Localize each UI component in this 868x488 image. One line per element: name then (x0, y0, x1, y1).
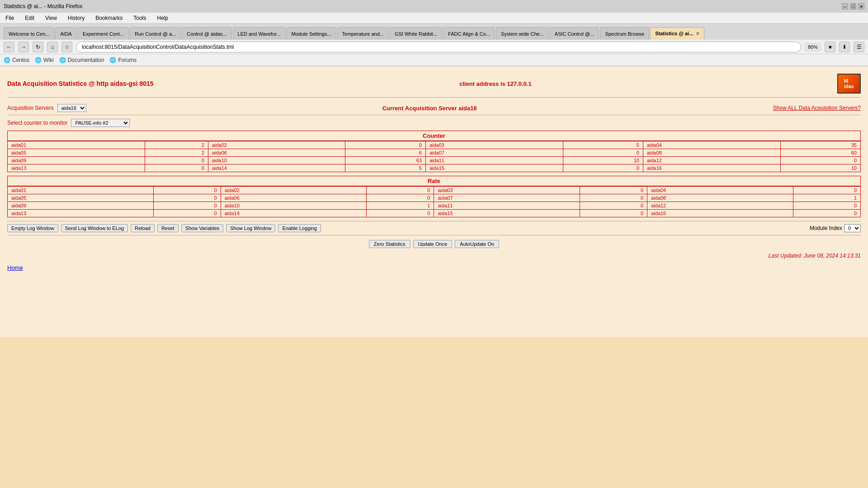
menu-edit[interactable]: Edit (23, 14, 36, 22)
star-icon[interactable]: ★ (825, 42, 835, 52)
menu-bookmarks[interactable]: Bookmarks (94, 14, 124, 22)
counter-value-cell: 5 (563, 141, 643, 149)
acquisition-servers-label: Acquisition Servers (7, 105, 54, 111)
rate-value-cell: 0 (153, 187, 221, 194)
zero-statistics-button[interactable]: Zero Statistics (369, 240, 410, 248)
empty-log-button[interactable]: Empty Log Window (7, 224, 58, 232)
module-index: Module Index 0 (810, 224, 861, 232)
send-log-button[interactable]: Send Log Window to ELog (61, 224, 128, 232)
bookmark-forums[interactable]: 🌐 Forums (109, 57, 137, 63)
rate-value-cell: 0 (580, 210, 647, 217)
tab-spectrum[interactable]: Spectrum Browse (600, 27, 649, 40)
menu-tools[interactable]: Tools (132, 14, 148, 22)
home-link-container: Home (7, 261, 861, 275)
browser-chrome: Statistics @ ai... - Mozilla Firefox – ☐… (0, 0, 868, 66)
reload-button[interactable]: Reload (131, 224, 155, 232)
forward-button[interactable]: → (18, 42, 29, 52)
counter-name-cell: aida01 (8, 141, 145, 149)
auto-update-button[interactable]: AutoUpdate On (455, 240, 499, 248)
bookmark-centos[interactable]: 🌐 Centos (4, 57, 29, 63)
bookmark-wiki[interactable]: 🌐 Wiki (35, 57, 54, 63)
reset-button[interactable]: Reset (157, 224, 179, 232)
browser-title: Statistics @ ai... - Mozilla Firefox (4, 3, 82, 9)
counter-value-cell: 0 (563, 164, 643, 172)
table-row: aida01 2 aida02 0 aida03 5 aida04 35 (8, 141, 861, 149)
menu-icon[interactable]: ☰ (854, 42, 864, 52)
rate-name-cell: aida12 (647, 202, 793, 210)
tab-experiment[interactable]: Experiment Cont... (78, 27, 129, 40)
back-button[interactable]: ← (4, 42, 14, 52)
tab-fadc[interactable]: FADC Align & Co... (443, 27, 495, 40)
counter-value-cell: 0 (145, 164, 208, 172)
bookmark-documentation[interactable]: 🌐 Documentation (59, 57, 104, 63)
counter-name-cell: aida16 (643, 164, 780, 172)
table-row: aida09 0 aida10 1 aida11 0 aida12 0 (8, 202, 861, 210)
tab-close-icon[interactable]: ✕ (696, 31, 699, 36)
update-once-button[interactable]: Update Once (413, 240, 453, 248)
menu-history[interactable]: History (66, 14, 86, 22)
home-link[interactable]: Home (7, 261, 23, 275)
counter-value-cell: 35 (780, 141, 860, 149)
rate-name-cell: aida05 (8, 194, 154, 202)
tab-asic[interactable]: ASIC Control @... (550, 27, 599, 40)
reload-nav-button[interactable]: ↻ (33, 42, 43, 52)
counter-value-cell: 6 (345, 149, 425, 157)
address-bar[interactable]: localhost:8015/DataAcquisitionControl/Da… (76, 42, 801, 52)
rate-value-cell: 1 (367, 202, 434, 210)
home-nav-button[interactable]: ⌂ (47, 42, 58, 52)
maximize-button[interactable]: ☐ (850, 3, 856, 9)
tab-aida[interactable]: AIDA (55, 27, 77, 40)
show-log-button[interactable]: Show Log Window (226, 224, 275, 232)
bookmark-star[interactable]: ☆ (61, 42, 72, 52)
counter-monitor-select[interactable]: PAUSE-info #2 (71, 119, 130, 127)
tab-statistics[interactable]: Statistics @ ai...✕ (650, 27, 704, 40)
server-select[interactable]: aida16 (57, 104, 86, 112)
tab-system[interactable]: System wide Che... (496, 27, 549, 40)
counter-name-cell: aida05 (8, 149, 145, 157)
menu-file[interactable]: File (4, 14, 16, 22)
rate-name-cell: aida08 (647, 194, 793, 202)
counter-row: Select counter to monitor PAUSE-info #2 (7, 119, 861, 127)
table-row: aida13 0 aida14 5 aida15 0 aida16 10 (8, 164, 861, 172)
module-index-select[interactable]: 0 (844, 224, 861, 232)
page-content: Data Acquisition Statistics @ http aidas… (0, 66, 868, 338)
rate-section: Rate aida01 0 aida02 0 aida03 0 aida04 0… (7, 176, 861, 217)
rate-name-cell: aida11 (434, 202, 580, 210)
counter-name-cell: aida02 (208, 141, 345, 149)
tab-control[interactable]: Control @ aidas... (182, 27, 231, 40)
counter-value-cell: 0 (345, 141, 425, 149)
table-row: aida13 0 aida14 0 aida15 0 aida16 0 (8, 210, 861, 217)
tab-gsi[interactable]: GSI White Rabbit... (390, 27, 442, 40)
enable-logging-button[interactable]: Enable Logging (278, 224, 321, 232)
close-button[interactable]: ✕ (858, 3, 864, 9)
menu-view[interactable]: View (43, 14, 59, 22)
counter-name-cell: aida06 (208, 149, 345, 157)
rate-name-cell: aida03 (434, 187, 580, 194)
tab-welcome[interactable]: Welcome to Cen... (4, 27, 54, 40)
show-variables-button[interactable]: Show Variables (181, 224, 224, 232)
rate-table: aida01 0 aida02 0 aida03 0 aida04 0 aida… (7, 186, 861, 217)
tab-led[interactable]: LED and Wavefor... (233, 27, 286, 40)
bookmarks-bar: 🌐 Centos 🌐 Wiki 🌐 Documentation 🌐 Forums (0, 54, 868, 66)
rate-value-cell: 1 (793, 194, 860, 202)
counter-value-cell: 63 (345, 157, 425, 164)
download-icon[interactable]: ⬇ (839, 42, 850, 52)
counter-name-cell: aida15 (425, 164, 563, 172)
show-all-servers-link[interactable]: Show ALL Data Acquisition Servers? (773, 105, 861, 111)
rate-name-cell: aida14 (221, 210, 367, 217)
menu-help[interactable]: Help (155, 14, 170, 22)
client-address: client address is 127.0.0.1 (459, 80, 532, 87)
counter-value-cell: 2 (145, 141, 208, 149)
rate-name-cell: aida02 (221, 187, 367, 194)
rate-name-cell: aida13 (8, 210, 154, 217)
rate-section-header: Rate (7, 176, 861, 186)
minimize-button[interactable]: – (842, 3, 848, 9)
tab-module-settings[interactable]: Module Settings... (287, 27, 336, 40)
window-controls[interactable]: – ☐ ✕ (842, 3, 864, 9)
counter-name-cell: aida03 (425, 141, 563, 149)
table-row: aida05 0 aida06 0 aida07 0 aida08 1 (8, 194, 861, 202)
tab-temperature[interactable]: Temperature and... (337, 27, 389, 40)
counter-name-cell: aida09 (8, 157, 145, 164)
counter-name-cell: aida12 (643, 157, 780, 164)
tab-run-control[interactable]: Run Control @ a... (130, 27, 181, 40)
